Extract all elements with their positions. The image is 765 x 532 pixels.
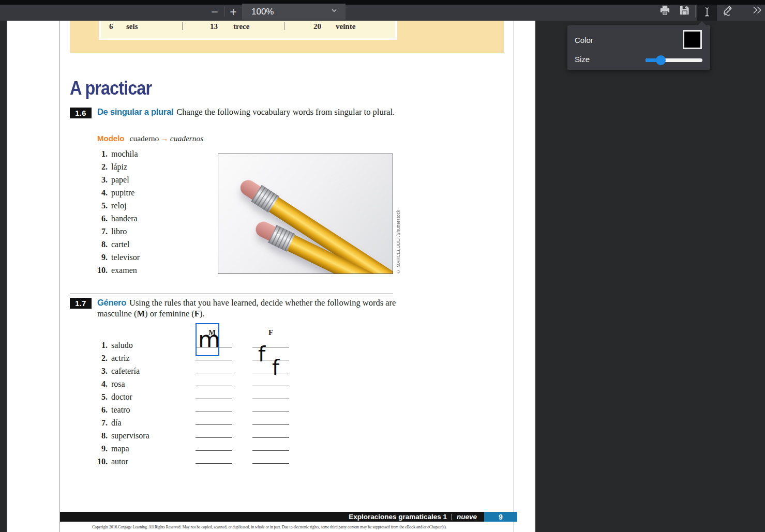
answer-blank-m — [196, 450, 232, 451]
size-label: Size — [575, 55, 590, 64]
chevron-down-icon — [330, 6, 338, 17]
annotation-options-panel: Color Size — [567, 25, 710, 70]
table-cell-num: 20 — [313, 22, 321, 31]
answer-blank-f — [252, 424, 289, 425]
list-item: 8.cartel — [90, 240, 130, 253]
pen-icon — [722, 4, 734, 18]
answer-blank-m — [196, 373, 232, 373]
table-cell-num: 13 — [210, 22, 218, 31]
exercise-16-text: Change the following vocabulary words fr… — [176, 107, 395, 117]
list-item: 1.saludo — [90, 341, 133, 354]
page-number-badge: 9 — [484, 512, 517, 522]
zoom-level-dropdown[interactable]: 100% — [242, 4, 346, 20]
orange-arrow-icon: → — [159, 134, 170, 143]
answer-blank-m — [196, 424, 232, 425]
list-item: 7.libro — [90, 227, 127, 240]
footer-book-title: Exploraciones gramaticales 1 — [349, 513, 447, 521]
size-slider[interactable] — [646, 58, 702, 62]
table-cell-num: 6 — [109, 22, 113, 31]
exercise-17-instructions: GéneroUsing the rules that you have lear… — [97, 297, 401, 319]
page-footer: Exploraciones gramaticales 1 nueve — [60, 512, 484, 522]
answer-blank-m — [196, 463, 232, 464]
window-top-strip — [0, 0, 765, 5]
answer-blank-f — [252, 463, 289, 464]
footer-page-word: nueve — [457, 513, 477, 521]
list-item: 8.supervisora — [90, 431, 149, 444]
zoom-level-value: 100% — [251, 7, 274, 17]
minus-icon: − — [211, 5, 218, 19]
list-item: 10.autor — [90, 457, 128, 470]
answer-blank-f — [252, 399, 289, 399]
answer-blank-m — [196, 437, 232, 438]
save-icon — [679, 4, 691, 18]
copyright-notice: Copyright 2016 Cengage Learning. All Rig… — [70, 525, 469, 529]
exercise-17-title: Género — [97, 298, 129, 307]
list-item: 3.papel — [90, 175, 129, 188]
footer-separator — [452, 514, 452, 520]
answer-blank-m — [196, 399, 232, 399]
list-item: 4.pupitre — [90, 188, 134, 201]
ebook-reader: − + 100% — [0, 0, 765, 532]
photo-credit: © MARCELODLT/Shutterstock — [395, 174, 401, 274]
section-heading: A practicar — [70, 78, 152, 99]
exercise-number-badge: 1.7 — [70, 298, 92, 309]
textbook-page: 6 seis 13 trece 20 veinte A practicar 1.… — [59, 21, 514, 532]
modelo-from: cuaderno — [130, 134, 159, 143]
list-item: 2.actriz — [90, 354, 130, 367]
modelo-label: Modelo — [97, 134, 130, 143]
table-cell-word: trece — [233, 22, 249, 31]
list-item: 4.rosa — [90, 379, 125, 392]
numbers-table: 6 seis 13 trece 20 veinte — [99, 21, 397, 40]
list-item: 2.lápiz — [90, 162, 127, 175]
toolbar-divider — [224, 6, 224, 17]
table-divider — [284, 22, 285, 30]
answer-blank-f — [252, 386, 289, 386]
list-item: 3.cafetería — [90, 367, 140, 379]
zoom-out-button[interactable]: − — [207, 5, 222, 19]
toolbar: − + 100% — [0, 0, 765, 21]
selected-annotation-box[interactable] — [196, 323, 219, 356]
color-label: Color — [575, 36, 593, 44]
list-item: 5.reloj — [90, 201, 126, 214]
double-chevron-right-icon — [751, 4, 763, 18]
more-tools-button[interactable] — [749, 3, 765, 19]
answer-blank-m — [196, 360, 232, 360]
list-item: 6.bandera — [90, 214, 138, 227]
vocabulary-banner: 6 seis 13 trece 20 veinte — [70, 21, 504, 53]
printer-icon — [659, 4, 671, 18]
modelo-to: cuadernos — [170, 134, 204, 143]
plus-icon: + — [230, 5, 236, 19]
annotation-text-f[interactable]: f — [258, 344, 265, 364]
answer-blank-f — [252, 373, 289, 373]
color-swatch[interactable] — [683, 30, 702, 49]
panel-arrow — [698, 21, 706, 25]
list-item: 1.mochila — [90, 149, 138, 162]
answer-blank-f — [252, 450, 289, 451]
list-item: 9.mapa — [90, 444, 129, 457]
list-item: 10.examen — [90, 266, 137, 279]
list-item: 7.día — [90, 418, 122, 431]
pencils-photo — [218, 154, 393, 274]
list-item: 9.televisor — [90, 253, 140, 266]
column-header-feminine: F — [268, 328, 273, 337]
answer-blank-m — [196, 386, 232, 386]
print-button[interactable] — [656, 3, 673, 19]
modelo-line: Modelocuaderno→cuadernos — [97, 134, 203, 143]
list-item: 6.teatro — [90, 405, 130, 418]
answer-blank-m — [196, 412, 232, 412]
table-cell-word: seis — [126, 22, 138, 31]
pen-tool-button[interactable] — [719, 3, 737, 19]
annotation-text-f[interactable]: f — [272, 357, 279, 378]
save-button[interactable] — [676, 3, 693, 19]
answer-blank-f — [252, 437, 289, 438]
toolbar-divider — [695, 5, 696, 18]
table-divider — [182, 22, 183, 30]
list-item: 5.doctor — [90, 392, 132, 405]
table-cell-word: veinte — [336, 22, 355, 31]
text-annotation-tool-button[interactable] — [697, 5, 717, 21]
text-cursor-icon — [701, 6, 713, 20]
zoom-in-button[interactable]: + — [226, 5, 241, 19]
answer-blank-f — [252, 412, 289, 412]
size-slider-thumb[interactable] — [656, 55, 666, 65]
exercise-number-badge: 1.6 — [70, 108, 92, 118]
